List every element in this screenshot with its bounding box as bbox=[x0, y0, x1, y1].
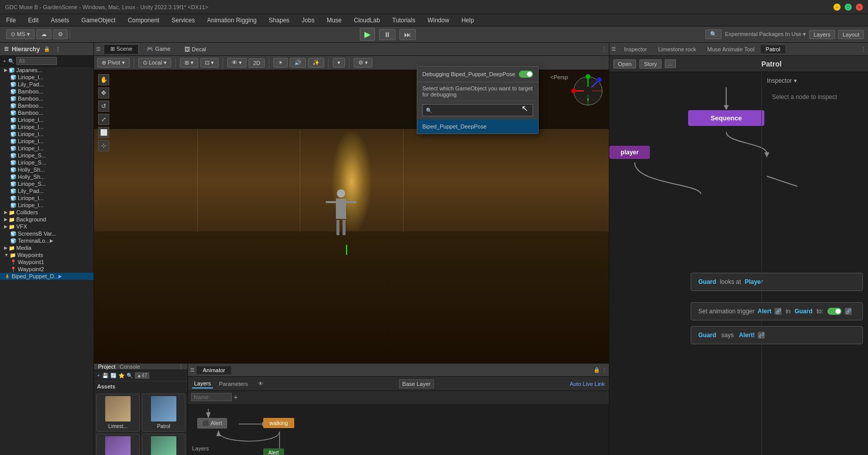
list-item[interactable]: 🧊 Holly_Sh... bbox=[0, 166, 94, 173]
list-item[interactable]: 🧊 Liriope_l... bbox=[0, 202, 94, 209]
asset-card-limestone[interactable]: Limest... bbox=[96, 394, 140, 432]
eye-icon[interactable]: 👁 bbox=[258, 381, 263, 386]
asset-search-icon[interactable]: 🔍 bbox=[127, 373, 133, 378]
animator-tab-params[interactable]: Parameters bbox=[217, 380, 250, 388]
list-item[interactable]: 📍 Waypoint2 bbox=[0, 266, 94, 273]
maximize-button[interactable]: □ bbox=[845, 4, 852, 11]
refresh-icon[interactable]: 🔄 bbox=[110, 373, 116, 378]
list-item[interactable]: 🧊 Bamboo... bbox=[0, 109, 94, 116]
list-item-biped[interactable]: 🧍 Biped_Puppet_D... ▶ bbox=[0, 273, 94, 280]
menu-assets[interactable]: Assets bbox=[49, 16, 71, 25]
list-item[interactable]: 🧊 Bamboo... bbox=[0, 95, 94, 102]
minimize-button[interactable]: − bbox=[833, 4, 841, 11]
menu-help[interactable]: Help bbox=[459, 16, 476, 25]
asset-card-chat[interactable] bbox=[96, 434, 140, 455]
tab-decal[interactable]: 🖼 Decal bbox=[178, 45, 212, 54]
menu-window[interactable]: Window bbox=[425, 16, 451, 25]
tab-animator[interactable]: Animator bbox=[197, 366, 231, 374]
list-item[interactable]: ▼ 📁 Waypoints bbox=[0, 251, 94, 258]
scene-more-icon[interactable]: ⋮ bbox=[602, 46, 607, 52]
tab-inspector[interactable]: Inspector bbox=[619, 45, 652, 53]
viewport-transform-tool[interactable]: ⊹ bbox=[98, 140, 109, 151]
viewport-rect-tool[interactable]: ⬜ bbox=[98, 127, 109, 138]
animator-tab-layers[interactable]: Layers bbox=[192, 379, 213, 388]
story-button[interactable]: Story bbox=[639, 59, 662, 69]
debug-toggle[interactable] bbox=[519, 71, 533, 78]
tab-limestone[interactable]: Limestone rock bbox=[653, 45, 701, 53]
layers-dropdown[interactable]: Layers bbox=[809, 30, 835, 39]
menu-edit[interactable]: Edit bbox=[26, 16, 41, 25]
asset-card-cube[interactable] bbox=[142, 434, 185, 455]
list-item[interactable]: 🧊 Liriope_S... bbox=[0, 159, 94, 166]
list-item[interactable]: 🧊 Lily_Pad... bbox=[0, 81, 94, 88]
hierarchy-search-input[interactable] bbox=[16, 57, 57, 65]
list-item[interactable]: 🧊 Liriope_l... bbox=[0, 123, 94, 131]
search-btn[interactable]: 🔍 bbox=[705, 29, 722, 39]
viewport-scale-tool[interactable]: ⤢ bbox=[98, 114, 109, 125]
hierarchy-lock-icon[interactable]: 🔒 bbox=[43, 45, 51, 53]
light-btn[interactable]: ☀ bbox=[273, 58, 288, 68]
list-item[interactable]: 🧊 Liriope_S... bbox=[0, 180, 94, 187]
debug-search-input[interactable] bbox=[434, 106, 530, 115]
tab-game[interactable]: 🎮 Game bbox=[140, 44, 177, 54]
menu-file[interactable]: File bbox=[4, 16, 18, 25]
tab-project[interactable]: Project bbox=[98, 364, 115, 370]
close-button[interactable]: × bbox=[856, 4, 863, 11]
step-button[interactable]: ⏭ bbox=[399, 29, 416, 40]
settings-btn[interactable]: ⚙ bbox=[53, 29, 68, 39]
viewport-move-tool[interactable]: ✥ bbox=[98, 87, 109, 99]
list-item[interactable]: 🧊 Liriope_l... bbox=[0, 145, 94, 152]
list-item[interactable]: 🧊 Lily_Pad... bbox=[0, 187, 94, 194]
anim-state-alert-bottom[interactable]: Alert bbox=[263, 448, 284, 455]
menu-component[interactable]: Component bbox=[126, 16, 161, 25]
anim-state-alert[interactable]: ⬛ Alert bbox=[197, 418, 227, 429]
2d-btn[interactable]: 2D bbox=[249, 58, 265, 68]
scene-dropdown[interactable]: ▾ bbox=[333, 58, 345, 68]
hierarchy-more-icon[interactable]: ⋮ bbox=[54, 45, 62, 53]
animator-name-input[interactable] bbox=[191, 393, 232, 401]
audio-btn[interactable]: 🔊 bbox=[290, 58, 306, 68]
cloud-btn[interactable]: ☁ bbox=[37, 29, 51, 39]
list-item[interactable]: ▶ 📁 Background bbox=[0, 216, 94, 223]
add-asset-btn[interactable]: + bbox=[97, 373, 100, 378]
menu-shapes[interactable]: Shapes bbox=[267, 16, 292, 25]
list-item[interactable]: 🧊 Liriope_l... bbox=[0, 131, 94, 138]
list-item[interactable]: 🧊 Liriope_l... bbox=[0, 116, 94, 123]
animator-lock-icon[interactable]: 🔒 bbox=[594, 367, 600, 373]
tab-muse-animate[interactable]: Muse Animate Tool bbox=[702, 45, 760, 53]
hierarchy-add-icon[interactable]: + bbox=[3, 58, 6, 64]
story-area[interactable]: Sequence player Guard looks at Player Se… bbox=[609, 72, 868, 455]
animator-states-canvas[interactable]: ⬛ Alert bbox=[188, 404, 609, 455]
menu-services[interactable]: Services bbox=[169, 16, 197, 25]
menu-cloudlab[interactable]: CloudLab bbox=[352, 16, 382, 25]
node-player[interactable]: player bbox=[609, 146, 650, 159]
list-item[interactable]: 🧊 Liriope_l... bbox=[0, 138, 94, 145]
ms-dropdown[interactable]: ⊙ MS ▾ bbox=[6, 29, 35, 39]
list-item[interactable]: 🧊 Holly_Sh... bbox=[0, 173, 94, 180]
list-item[interactable]: 🧊 Bamboo... bbox=[0, 88, 94, 95]
list-item[interactable]: 🧊 ScreensB Var... bbox=[0, 230, 94, 237]
menu-gameobject[interactable]: GameObject bbox=[79, 16, 117, 25]
favorites-icon[interactable]: ⭐ bbox=[118, 373, 125, 378]
menu-jobs[interactable]: Jobs bbox=[300, 16, 317, 25]
list-item[interactable]: 🧊 TerminalLo... ▶ bbox=[0, 237, 94, 244]
snap-btn[interactable]: ⊡ ▾ bbox=[200, 58, 219, 68]
insp-more-icon[interactable]: ⋮ bbox=[861, 46, 866, 52]
menu-muse[interactable]: Muse bbox=[325, 16, 344, 25]
project-more-icon[interactable]: ⋮ bbox=[178, 364, 183, 370]
save-icon[interactable]: 💾 bbox=[102, 373, 108, 378]
node-sequence[interactable]: Sequence bbox=[688, 110, 764, 126]
list-item[interactable]: ▶ 📁 VFX bbox=[0, 223, 94, 230]
list-item[interactable]: ▶ 📁 Colliders bbox=[0, 209, 94, 216]
view-mode-btn[interactable]: 👁 ▾ bbox=[227, 58, 246, 68]
add-state-btn[interactable]: + bbox=[234, 393, 238, 401]
menu-tutorials[interactable]: Tutorials bbox=[390, 16, 418, 25]
list-item[interactable]: ▶ 🧊 Japanes... bbox=[0, 67, 94, 74]
menu-anim-rigging[interactable]: Animation Rigging bbox=[205, 16, 258, 25]
viewport-rotate-tool[interactable]: ↺ bbox=[98, 101, 109, 112]
layout-dropdown[interactable]: Layout bbox=[838, 30, 864, 39]
play-button[interactable]: ▶ bbox=[360, 28, 375, 41]
list-item[interactable]: 🧊 Bamboo... bbox=[0, 102, 94, 109]
asset-card-patrol[interactable]: Patrol bbox=[142, 394, 185, 432]
debug-list-item-biped[interactable]: Biped_Puppet_DeepPose bbox=[417, 119, 538, 134]
